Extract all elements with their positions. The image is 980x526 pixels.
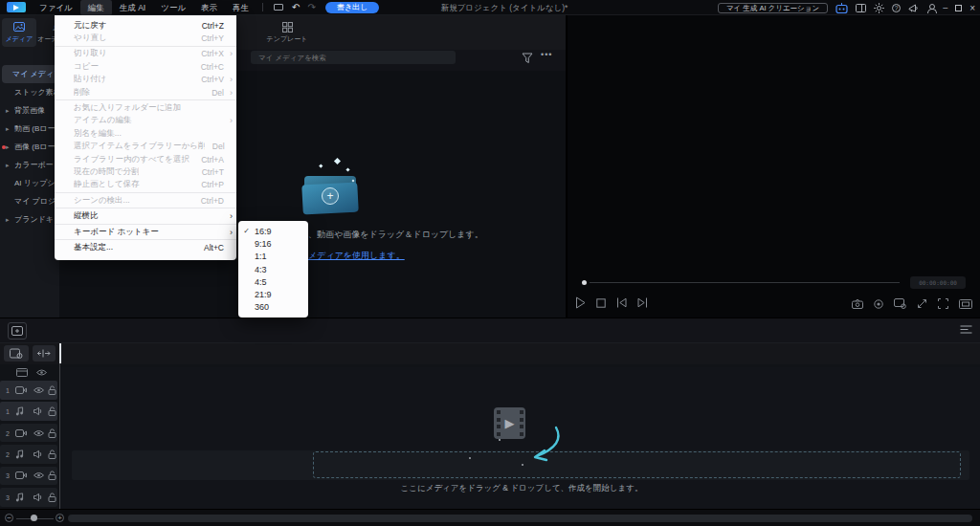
render-preview-icon[interactable] bbox=[960, 324, 972, 335]
menubar-item-0[interactable]: ファイル bbox=[32, 0, 80, 15]
menu-item[interactable]: 現在の時間で分割Ctrl+T bbox=[55, 165, 236, 178]
menubar-item-5[interactable]: 再生 bbox=[225, 0, 256, 15]
layout-panels-icon[interactable] bbox=[856, 4, 866, 12]
add-to-timeline-icon[interactable] bbox=[8, 322, 27, 340]
timeline-drop-zone[interactable] bbox=[313, 451, 961, 478]
aspect-option[interactable]: 21:9 bbox=[238, 288, 308, 300]
aspect-ratio-icon[interactable] bbox=[959, 299, 972, 309]
sidebar-item[interactable]: ▸画像 (Bロール) bbox=[0, 138, 59, 156]
mute-speaker-icon[interactable] bbox=[33, 449, 43, 458]
tab-media[interactable]: メディア bbox=[2, 18, 36, 47]
zoom-out-button[interactable]: − bbox=[5, 514, 13, 522]
sidebar-item[interactable]: マイ プロジェクト bbox=[0, 192, 59, 210]
aspect-option[interactable]: 9:16 bbox=[238, 237, 308, 250]
menu-item[interactable]: 切り取りCtrl+X› bbox=[55, 48, 236, 60]
window-minimize-button[interactable]: – bbox=[943, 3, 947, 12]
my-ai-creations-button[interactable]: マイ 生成 AI クリエーション bbox=[718, 3, 828, 13]
import-folder-icon[interactable]: + bbox=[302, 170, 358, 218]
motion-tracking-icon[interactable] bbox=[917, 298, 927, 309]
window-close-button[interactable]: × bbox=[969, 3, 975, 13]
more-options-icon[interactable]: ••• bbox=[541, 50, 552, 59]
menu-item[interactable]: キーボード ホットキー› bbox=[55, 226, 236, 238]
menu-item[interactable]: コピーCtrl+C bbox=[55, 60, 236, 73]
zoom-slider-handle[interactable] bbox=[31, 515, 37, 521]
horizontal-scrollbar[interactable] bbox=[68, 515, 972, 522]
menu-item[interactable]: ライブラリー内のすべてを選択Ctrl+A bbox=[55, 153, 236, 165]
account-icon[interactable] bbox=[926, 4, 935, 12]
chevron-right-icon[interactable]: ▸ bbox=[6, 107, 10, 115]
search-input[interactable] bbox=[251, 51, 456, 64]
sidebar-item[interactable]: ▸カラーボード bbox=[0, 156, 59, 174]
lock-icon[interactable] bbox=[48, 471, 56, 480]
aspect-option[interactable]: 360 bbox=[238, 301, 308, 314]
menubar-item-4[interactable]: 表示 bbox=[193, 0, 225, 15]
tab-template[interactable]: テンプレート bbox=[260, 18, 314, 47]
window-maximize-button[interactable] bbox=[955, 5, 962, 11]
fullscreen-icon[interactable] bbox=[938, 298, 948, 309]
menu-item[interactable]: 基本設定...Alt+C bbox=[55, 241, 236, 253]
record-icon[interactable] bbox=[874, 299, 883, 309]
lock-icon[interactable] bbox=[48, 449, 56, 459]
auto-ripple-button[interactable] bbox=[33, 345, 56, 362]
use-sample-media-link[interactable]: メディアを使用します。 bbox=[308, 250, 405, 262]
aspect-option[interactable]: 4:3 bbox=[238, 263, 308, 275]
visibility-eye-icon[interactable] bbox=[33, 472, 44, 479]
undo-icon[interactable]: ↶ bbox=[292, 1, 300, 14]
menu-item[interactable]: 選択アイテムをライブラリーから削除Del bbox=[55, 141, 236, 153]
export-button[interactable]: 書き出し bbox=[325, 2, 379, 13]
aspect-option[interactable]: ✓16:9 bbox=[238, 225, 308, 237]
manage-tracks-button[interactable] bbox=[4, 345, 29, 362]
menu-item[interactable]: シーンの検出...Ctrl+D bbox=[55, 194, 236, 207]
menu-item[interactable]: アイテムの編集› bbox=[55, 115, 236, 127]
mute-speaker-icon[interactable] bbox=[33, 493, 43, 501]
zoom-in-button[interactable]: + bbox=[56, 514, 64, 522]
lock-icon[interactable] bbox=[48, 493, 56, 502]
film-icon[interactable] bbox=[16, 368, 28, 377]
menu-item[interactable]: 削除Del› bbox=[55, 86, 236, 99]
lock-icon[interactable] bbox=[48, 428, 56, 438]
stop-button[interactable] bbox=[596, 298, 606, 308]
snapshot-camera-icon[interactable] bbox=[852, 299, 863, 309]
visibility-eye-icon[interactable] bbox=[33, 386, 44, 393]
mute-speaker-icon[interactable] bbox=[33, 407, 43, 416]
filter-funnel-icon[interactable] bbox=[522, 53, 533, 64]
sidebar-item[interactable]: マイ メディア bbox=[2, 65, 57, 83]
track-header-video-2[interactable]: 2 bbox=[0, 424, 57, 443]
menu-item[interactable]: 元に戻すCtrl+Z bbox=[55, 19, 236, 32]
aspect-option[interactable]: 4:5 bbox=[238, 275, 308, 288]
track-header-audio-3[interactable]: 3 bbox=[0, 488, 57, 507]
menu-item[interactable]: 縦横比› bbox=[55, 209, 236, 222]
menubar-item-2[interactable]: 生成 AI bbox=[112, 0, 153, 15]
app-logo-icon[interactable] bbox=[7, 2, 26, 12]
lock-icon[interactable] bbox=[48, 385, 56, 395]
track-header-video-1[interactable]: 1 bbox=[0, 381, 57, 400]
chevron-right-icon[interactable]: ▸ bbox=[6, 162, 10, 169]
menu-item[interactable]: お気に入りフォルダーに追加 bbox=[55, 101, 236, 114]
screen-mode-icon[interactable] bbox=[274, 4, 283, 11]
menu-item[interactable]: やり直しCtrl+Y bbox=[55, 32, 236, 44]
preview-quality-icon[interactable] bbox=[894, 298, 906, 309]
eye-icon[interactable] bbox=[36, 369, 47, 376]
menu-item[interactable]: 静止画として保存Ctrl+P bbox=[55, 179, 236, 191]
ai-robot-icon[interactable] bbox=[835, 3, 848, 13]
track-header-audio-2[interactable]: 2 bbox=[0, 445, 57, 464]
playhead-handle[interactable] bbox=[582, 280, 587, 285]
sidebar-item[interactable]: ストック素材 bbox=[0, 83, 59, 101]
chevron-right-icon[interactable]: ▸ bbox=[6, 143, 10, 151]
visibility-eye-icon[interactable] bbox=[33, 429, 44, 436]
settings-gear-icon[interactable] bbox=[874, 3, 884, 13]
chevron-right-icon[interactable]: ▸ bbox=[6, 216, 10, 224]
track-header-audio-1[interactable]: 1 bbox=[0, 402, 57, 421]
timecode-display[interactable]: 00:00:00:00 bbox=[910, 276, 966, 289]
sidebar-item[interactable]: AI リップシンク bbox=[0, 174, 59, 192]
seek-bar[interactable] bbox=[590, 282, 900, 283]
announcement-icon[interactable] bbox=[908, 3, 919, 12]
timeline-playhead[interactable] bbox=[59, 343, 60, 510]
sidebar-item[interactable]: ▸背景画像 bbox=[0, 101, 59, 120]
menubar-item-3[interactable]: ツール bbox=[153, 0, 193, 15]
menu-item[interactable]: 別名を編集... bbox=[55, 127, 236, 140]
redo-icon[interactable]: ↷ bbox=[308, 1, 316, 14]
menubar-item-1[interactable]: 編集 bbox=[80, 0, 112, 15]
aspect-option[interactable]: 1:1 bbox=[238, 251, 308, 263]
help-icon[interactable]: ? bbox=[892, 4, 901, 12]
